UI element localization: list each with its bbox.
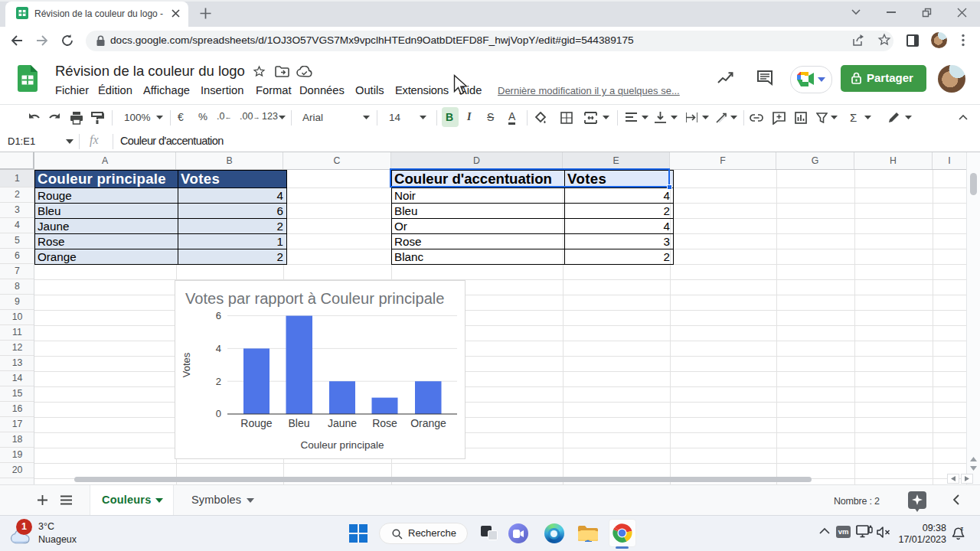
svg-text:2: 2	[216, 376, 221, 387]
svg-text:4: 4	[216, 343, 221, 354]
svg-text:Votes: Votes	[181, 352, 192, 377]
svg-text:Orange: Orange	[410, 417, 446, 429]
svg-text:0: 0	[216, 408, 221, 419]
svg-text:6: 6	[216, 310, 221, 321]
svg-text:Jaune: Jaune	[328, 417, 357, 429]
svg-text:z: z	[960, 526, 963, 532]
svg-text:Rouge: Rouge	[240, 417, 272, 429]
svg-text:Votes par rapport à Couleur pr: Votes par rapport à Couleur principale	[185, 290, 444, 307]
svg-text:Couleur principale: Couleur principale	[301, 439, 384, 451]
svg-text:Bleu: Bleu	[288, 417, 309, 429]
svg-text:Rose: Rose	[372, 417, 397, 429]
